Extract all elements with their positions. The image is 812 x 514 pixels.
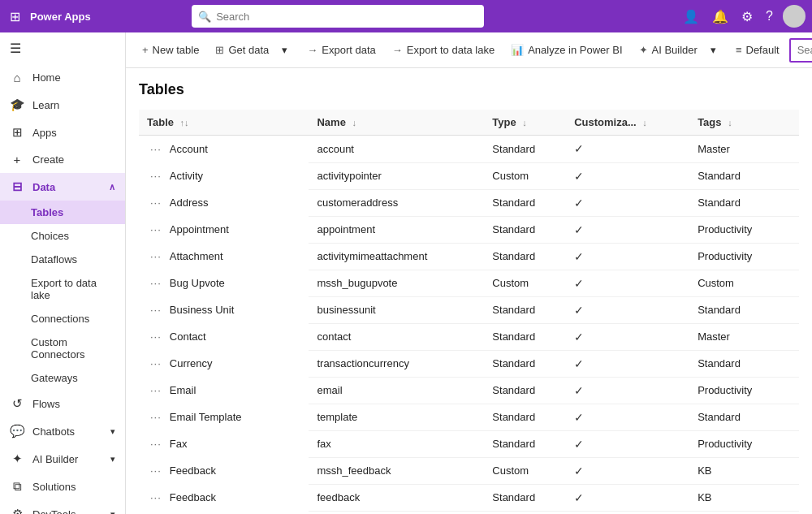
sidebar-item-create[interactable]: + Create [0,146,125,173]
bell-icon[interactable]: 🔔 [709,6,732,28]
table-name-text[interactable]: Address [170,197,209,209]
sidebar-item-ai-builder[interactable]: ✦ AI Builder ▾ [0,445,125,473]
person-icon[interactable]: 👤 [680,6,702,28]
sidebar-item-choices[interactable]: Choices [0,224,125,248]
table-name-text[interactable]: Feedback [170,491,216,503]
col-type[interactable]: Type ↓ [484,110,566,136]
default-button[interactable]: ≡ Default [729,40,786,60]
table-name-text[interactable]: Bug Upvote [170,277,225,289]
col-table[interactable]: Table ↑↓ [139,110,309,136]
cell-tags: Productivity [689,216,799,243]
row-dots-button[interactable]: ··· [147,409,165,425]
table-name-text[interactable]: Contact [170,330,206,343]
row-dots-button[interactable]: ··· [147,382,165,398]
sidebar-label-devtools: DevTools [32,508,76,515]
toolbar-search-input[interactable] [797,44,812,56]
cell-table-container: ···Bug Upvote [139,270,309,296]
table-row: ···Bug Upvotemssh_bugupvoteCustom✓Custom [139,270,799,296]
help-icon[interactable]: ? [762,6,776,27]
cell-name: customeraddress [309,189,484,216]
sidebar-item-home[interactable]: ⌂ Home [0,64,125,91]
row-dots-button[interactable]: ··· [147,195,165,210]
table-name-text[interactable]: Appointment [170,223,229,235]
sidebar-label-flows: Flows [32,398,60,410]
row-dots-button[interactable]: ··· [147,222,165,237]
sidebar-item-chatbots[interactable]: 💬 Chatbots ▾ [0,417,125,445]
table-name-text[interactable]: Email [170,384,197,396]
sidebar-item-devtools[interactable]: ⚙ DevTools ▾ [0,500,125,514]
table-name-text[interactable]: Currency [170,357,213,369]
export-datalake-icon: → [392,44,403,56]
cell-type: Standard [484,377,566,404]
new-table-button[interactable]: + New table [136,40,205,60]
sidebar-toggle[interactable]: ☰ [0,32,125,64]
ai-builder-button[interactable]: ✦ AI Builder [633,40,704,60]
table-name-text[interactable]: Account [170,143,208,155]
row-dots-button[interactable]: ··· [147,275,165,291]
data-chevron-icon: ∧ [109,182,115,192]
cell-customizable: ✓ [566,136,689,163]
topbar-search-input[interactable] [216,11,477,23]
cell-table-container: ···Email [139,377,309,404]
sidebar-item-apps[interactable]: ⊞ Apps [0,119,125,146]
solutions-icon: ⧉ [10,479,24,494]
table-row: ···FeedbackfeedbackStandard✓KB [139,484,799,511]
user-avatar[interactable] [783,5,806,28]
get-data-button[interactable]: ⊞ Get data [209,40,275,60]
settings-icon[interactable]: ⚙ [738,6,756,28]
col-tags[interactable]: Tags ↓ [689,110,799,136]
get-data-dropdown[interactable]: ▾ [279,40,291,60]
cell-name: feedback [309,484,484,511]
sidebar-item-export-datalake[interactable]: Export to data lake [0,271,125,307]
sidebar-item-flows[interactable]: ↺ Flows [0,390,125,417]
cell-table-container: ···Business Unit [139,296,309,323]
row-dots-button[interactable]: ··· [147,141,165,157]
sidebar-label-dataflows: Dataflows [31,253,77,266]
sidebar-item-learn[interactable]: 🎓 Learn [0,91,125,119]
table-name-text[interactable]: Activity [170,170,203,182]
row-dots-button[interactable]: ··· [147,248,165,264]
row-dots-button[interactable]: ··· [147,436,165,451]
export-data-icon: → [307,44,317,56]
type-sort-icon: ↓ [522,118,527,127]
table-sort-icon: ↑↓ [180,118,189,127]
sidebar-item-dataflows[interactable]: Dataflows [0,248,125,271]
tags-sort-icon: ↓ [728,118,732,127]
cell-tags: Standard [689,350,799,377]
sidebar-item-connections[interactable]: Connections [0,307,125,330]
row-dots-button[interactable]: ··· [147,490,165,505]
checkmark-icon: ✓ [574,491,584,504]
cell-tags: Productivity [689,243,799,270]
sidebar-item-tables[interactable]: Tables [0,201,125,224]
table-name-text[interactable]: Attachment [170,250,223,262]
grid-icon[interactable]: ⊞ [6,6,24,28]
sidebar-item-data[interactable]: ⊟ Data ∧ [0,173,125,201]
default-label: Default [746,44,780,56]
export-data-button[interactable]: → Export data [300,40,382,60]
row-dots-button[interactable]: ··· [147,463,165,478]
table-name-text[interactable]: Fax [170,438,188,450]
sidebar-item-solutions[interactable]: ⧉ Solutions [0,473,125,500]
sidebar-label-chatbots: Chatbots [32,425,75,438]
cell-table-container: ···Currency [139,350,309,377]
row-dots-button[interactable]: ··· [147,302,165,317]
table-name-text[interactable]: Feedback [170,464,216,477]
sidebar-label-solutions: Solutions [32,481,76,493]
table-name-text[interactable]: Email Template [170,411,242,423]
row-dots-button[interactable]: ··· [147,329,165,344]
cell-table-container: ···Feedback [139,457,309,484]
checkmark-icon: ✓ [574,384,584,397]
analyze-powerbi-button[interactable]: 📊 Analyze in Power BI [504,40,628,60]
col-customizable[interactable]: Customiza... ↓ [566,110,689,136]
table-row: ···AddresscustomeraddressStandard✓Standa… [139,189,799,216]
sidebar-item-custom-connectors[interactable]: Custom Connectors [0,330,125,366]
table-name-text[interactable]: Business Unit [170,304,234,316]
row-dots-button[interactable]: ··· [147,168,165,184]
sidebar-item-gateways[interactable]: Gateways [0,366,125,390]
col-name[interactable]: Name ↓ [309,110,484,136]
name-sort-icon: ↓ [352,118,356,127]
cell-name: activitypointer [309,162,484,189]
export-datalake-button[interactable]: → Export to data lake [386,40,501,60]
row-dots-button[interactable]: ··· [147,356,165,371]
ai-builder-dropdown[interactable]: ▾ [707,40,719,60]
